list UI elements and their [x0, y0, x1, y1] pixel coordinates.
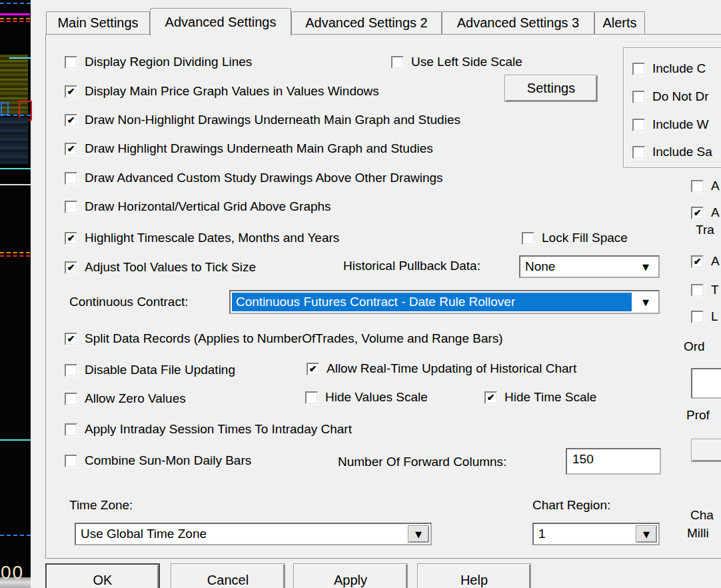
chevron-down-icon[interactable]: ▼ — [636, 257, 656, 277]
checkbox[interactable]: ✔ — [65, 333, 77, 345]
button-label: Apply — [334, 573, 367, 588]
checkbox[interactable] — [691, 311, 704, 323]
checkbox-label: A — [711, 254, 720, 269]
dropdown-value: None — [525, 259, 555, 274]
checkbox[interactable] — [691, 284, 704, 297]
checkbox-row-include-c[interactable]: Include C — [632, 61, 706, 76]
time-zone-label: Time Zone: — [69, 498, 133, 513]
tab-label: Advanced Settings — [165, 15, 277, 30]
chart-region-dropdown[interactable]: 1 ▼ — [532, 523, 660, 545]
chevron-down-icon[interactable]: ▼ — [636, 291, 656, 313]
forward-columns-input[interactable]: 150 — [566, 448, 661, 475]
checkbox-row-hide-time-scale[interactable]: ✔ Hide Time Scale — [484, 390, 596, 405]
checkbox-label: Include Sa — [652, 145, 712, 159]
clipped-input[interactable] — [691, 368, 721, 399]
checkbox[interactable] — [65, 364, 77, 377]
checkbox[interactable] — [65, 423, 77, 436]
chart-dashed-line — [0, 115, 31, 116]
cancel-button[interactable]: Cancel — [171, 563, 285, 588]
checkbox[interactable] — [65, 393, 77, 405]
checkbox-row-highlight-timescale-dates[interactable]: ✔ Highlight Timescale Dates, Months and … — [65, 231, 339, 245]
checkbox-label: Adjust Tool Values to Tick Size — [85, 260, 256, 275]
checkbox-label: Combine Sun-Mon Daily Bars — [85, 453, 251, 468]
tab-advanced-settings-2[interactable]: Advanced Settings 2 — [291, 11, 442, 34]
checkbox[interactable] — [632, 91, 645, 103]
continuous-contract-dropdown[interactable]: Continuous Futures Contract - Date Rule … — [229, 290, 660, 314]
checkbox[interactable]: ✔ — [65, 85, 77, 98]
tab-main-settings[interactable]: Main Settings — [46, 11, 150, 34]
checkbox[interactable]: ✔ — [65, 114, 77, 127]
checkbox-row-clipped-a3[interactable]: ✔ A — [691, 254, 720, 269]
checkbox[interactable]: ✔ — [307, 363, 319, 375]
checkbox[interactable] — [65, 201, 77, 213]
tab-advanced-settings[interactable]: Advanced Settings — [150, 8, 291, 36]
checkbox-label: A — [711, 205, 720, 220]
historical-pullback-dropdown[interactable]: None ▼ — [519, 255, 660, 278]
checkbox-row-draw-highlight-drawings[interactable]: ✔ Draw Highlight Drawings Underneath Mai… — [65, 141, 433, 156]
checkbox-row-display-region-dividing-lines[interactable]: Display Region Dividing Lines — [65, 55, 252, 69]
checkbox-row-include-w[interactable]: Include W — [632, 117, 708, 132]
checkbox[interactable]: ✔ — [484, 391, 497, 404]
checkbox-row-clipped-a1[interactable]: A — [691, 179, 720, 193]
checkbox-label: Disable Data File Updating — [85, 363, 235, 377]
tab-alerts[interactable]: Alerts — [594, 11, 645, 34]
checkbox-row-include-sa[interactable]: Include Sa — [632, 145, 712, 159]
checkbox-row-use-left-side-scale[interactable]: Use Left Side Scale — [391, 55, 522, 69]
chart-cyan-line — [0, 439, 31, 441]
checkbox[interactable]: ✔ — [65, 143, 77, 155]
dropdown-selected-value: Continuous Futures Contract - Date Rule … — [232, 293, 632, 311]
checkbox-label: Include W — [652, 117, 708, 132]
checkbox-row-lock-fill-space[interactable]: Lock Fill Space — [522, 231, 628, 245]
checkbox-row-clipped-a2[interactable]: ✔ A — [691, 205, 720, 220]
checkbox-row-draw-advanced-custom-study-drawings[interactable]: Draw Advanced Custom Study Drawings Abov… — [65, 171, 443, 185]
checkbox-row-do-not-dr[interactable]: Do Not Dr — [632, 89, 708, 104]
checkbox[interactable]: ✔ — [691, 255, 704, 268]
checkbox[interactable] — [65, 455, 77, 467]
checkbox[interactable]: ✔ — [65, 232, 77, 245]
checkbox[interactable] — [305, 391, 318, 404]
chevron-down-icon[interactable]: ▼ — [408, 525, 429, 543]
chevron-down-icon[interactable]: ▼ — [636, 525, 657, 543]
apply-button[interactable]: Apply — [293, 563, 408, 588]
checkbox[interactable]: ✔ — [65, 261, 77, 274]
chart-magenta-line — [0, 13, 30, 15]
chart-blue-box — [1, 102, 9, 115]
checkbox-label: Allow Zero Values — [85, 391, 186, 406]
checkbox[interactable] — [391, 56, 404, 69]
checkbox[interactable]: ✔ — [691, 207, 704, 219]
checkbox[interactable] — [691, 180, 704, 193]
chart-dashed-line — [0, 255, 30, 257]
checkbox-label: Draw Advanced Custom Study Drawings Abov… — [85, 171, 443, 185]
checkbox[interactable] — [522, 232, 534, 245]
checkbox-row-allow-zero-values[interactable]: Allow Zero Values — [65, 391, 186, 406]
checkbox-row-adjust-tool-values[interactable]: ✔ Adjust Tool Values to Tick Size — [65, 260, 256, 275]
checkbox[interactable] — [65, 56, 77, 69]
checkbox-row-clipped-l[interactable]: L — [691, 309, 718, 324]
checkbox-row-apply-intraday-session-times[interactable]: Apply Intraday Session Times To Intraday… — [65, 422, 352, 437]
checkbox[interactable] — [65, 172, 77, 185]
checkbox[interactable] — [632, 146, 645, 159]
checkbox-row-hide-values-scale[interactable]: Hide Values Scale — [305, 390, 428, 405]
checkbox-row-split-data-records[interactable]: ✔ Split Data Records (Applies to NumberO… — [65, 331, 503, 346]
tab-label: Main Settings — [57, 15, 138, 31]
help-button[interactable]: Help — [417, 563, 531, 588]
checkbox-label: Apply Intraday Session Times To Intraday… — [85, 422, 352, 437]
chart-settings-dialog: 00 Main Settings Advanced Settings Advan… — [0, 0, 721, 588]
checkbox-row-allow-realtime-updating[interactable]: ✔ Allow Real-Time Updating of Historical… — [307, 361, 576, 376]
checkbox-row-combine-sun-mon-daily-bars[interactable]: Combine Sun-Mon Daily Bars — [65, 453, 251, 468]
checkbox[interactable] — [632, 63, 645, 75]
ok-button[interactable]: OK — [45, 563, 160, 588]
clipped-button[interactable] — [691, 439, 721, 462]
settings-button[interactable]: Settings — [504, 75, 598, 102]
checkbox[interactable] — [632, 119, 645, 131]
checkbox-label: Display Main Price Graph Values in Value… — [85, 84, 379, 99]
tab-advanced-settings-3[interactable]: Advanced Settings 3 — [442, 11, 594, 34]
checkbox-row-display-main-price-graph-values[interactable]: ✔ Display Main Price Graph Values in Val… — [65, 84, 379, 99]
checkbox-row-draw-grid-above-graphs[interactable]: Draw Horizontal/Vertical Grid Above Grap… — [65, 199, 331, 214]
chart-cyan-line — [9, 57, 31, 59]
checkbox-row-draw-non-highlight-drawings[interactable]: ✔ Draw Non-Highlight Drawings Underneath… — [65, 113, 460, 127]
checkbox-row-clipped-t[interactable]: T — [691, 283, 719, 297]
checkbox-row-disable-data-file-updating[interactable]: Disable Data File Updating — [65, 363, 235, 377]
time-zone-dropdown[interactable]: Use Global Time Zone ▼ — [75, 523, 432, 545]
chart-region-label: Chart Region: — [532, 498, 610, 513]
